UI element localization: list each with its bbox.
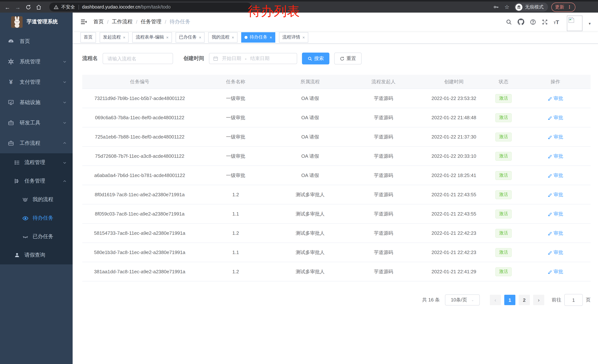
table-row[interactable]: 381aa1dd-7ac8-11ec-a9e2-a2380e71991a 1.2… [82, 262, 590, 281]
close-icon[interactable]: × [302, 35, 305, 40]
process-initiator: 芋道源码 [374, 95, 393, 101]
approve-link[interactable]: 审批 [548, 249, 563, 256]
table-row[interactable]: 069c6a63-7b8a-11ec-8ef0-acde48001122 一级审… [82, 108, 590, 127]
prev-page-button[interactable]: ‹ [490, 295, 501, 305]
font-size-icon[interactable]: TT [554, 19, 559, 25]
forward-icon[interactable]: → [13, 4, 23, 10]
create-time: 2022-01-22 21:37:30 [432, 134, 476, 140]
table-row[interactable]: 580e1b3d-7ac8-11ec-a9e2-a2380e71991a 1.1… [82, 243, 590, 262]
sidebar-item-done-task[interactable]: 已办任务 [0, 227, 73, 246]
status-badge: 激活 [495, 132, 512, 141]
help-icon[interactable] [530, 19, 536, 25]
tab-done-task[interactable]: 已办任务× [176, 32, 205, 42]
tab-todo-task[interactable]: 待办任务× [241, 32, 275, 42]
browser-menu-icon[interactable]: ⋮ [567, 4, 572, 10]
bookmark-star-icon[interactable]: ☆ [505, 4, 509, 10]
sidebar-item-label: 任务管理 [25, 178, 45, 184]
table-row[interactable]: a6aba0a4-7b6d-11ec-b781-acde48001122 一级审… [82, 166, 590, 185]
tab-process-detail[interactable]: 流程详情× [279, 32, 308, 42]
approve-link[interactable]: 审批 [548, 268, 563, 275]
column-header: 创建时间 [421, 75, 487, 89]
column-header: 任务名称 [197, 75, 274, 89]
sidebar-item-payment[interactable]: ¥ 支付管理 [0, 72, 73, 92]
approve-link[interactable]: 审批 [548, 153, 563, 159]
dashboard-icon [8, 38, 14, 44]
close-icon[interactable]: × [270, 35, 272, 40]
table-row[interactable]: 8f0d1619-7ac8-11ec-a9e2-a2380e71991a 1.2… [82, 185, 590, 204]
approve-link[interactable]: 审批 [548, 230, 563, 236]
sidebar-item-devtools[interactable]: 研发工具 [0, 113, 73, 133]
sidebar-toggle-icon[interactable] [80, 18, 87, 25]
navbar: 首页 / 工作流程 / 任务管理 / 待办任务 [73, 13, 598, 31]
task-id: 8f059c03-7ac8-11ec-a9e2-a2380e71991a [95, 211, 184, 217]
table-row[interactable]: 75d72608-7b7f-11ec-a3c8-acde48001122 一级审… [82, 146, 590, 166]
search-icon[interactable] [506, 19, 512, 25]
sidebar-item-process-mgmt[interactable]: 流程管理 [0, 153, 73, 172]
table-row[interactable]: 73211d9d-7b9b-11ec-b5b7-acde48001122 一级审… [82, 89, 590, 108]
page-button-2[interactable]: 2 [519, 295, 530, 305]
tab-process-form-edit[interactable]: 流程表单-编辑× [133, 32, 172, 42]
page-size-select[interactable]: 10条/页 ⌄ [445, 294, 480, 306]
url-bar[interactable]: 不安全 dashboard.yudao.iocoder.cn/bpm/task/… [49, 3, 252, 11]
breadcrumb-item[interactable]: 工作流程 [112, 18, 133, 25]
avatar[interactable] [567, 16, 582, 31]
table-row[interactable]: 725a1eb6-7b88-11ec-8ef0-acde48001122 一级审… [82, 127, 590, 146]
tab-my-process[interactable]: 我的流程× [208, 32, 238, 42]
task-name: 1.2 [232, 192, 239, 197]
reset-button[interactable]: 重置 [334, 53, 362, 65]
task-table: 任务编号 任务名称 所属流程 流程发起人 创建时间 状态 操作 73211d9d… [82, 75, 590, 281]
search-button[interactable]: 搜索 [302, 53, 329, 65]
sidebar-item-home[interactable]: 首页 [0, 31, 73, 51]
sidebar: 芋道管理系统 首页 [0, 13, 73, 364]
date-range-picker[interactable]: 开始日期 - 结束日期 [209, 53, 297, 64]
close-icon[interactable]: × [123, 35, 125, 40]
approve-link[interactable]: 审批 [548, 191, 563, 198]
active-tab-dot-icon [245, 36, 248, 39]
approve-link[interactable]: 审批 [548, 95, 563, 102]
sidebar-item-leave-query[interactable]: 请假查询 [0, 246, 73, 264]
table-row[interactable]: 58154733-7ac8-11ec-a9e2-a2380e71991a 1.2… [82, 224, 590, 243]
process-name-input[interactable] [103, 53, 173, 64]
github-icon[interactable] [518, 18, 524, 25]
breadcrumb-item[interactable]: 首页 [93, 18, 104, 25]
sidebar-item-task-mgmt[interactable]: 任务管理 [0, 172, 73, 190]
reload-icon[interactable] [23, 4, 33, 10]
create-time: 2022-01-22 23:53:32 [432, 96, 476, 101]
sidebar-item-system[interactable]: 系统管理 [0, 51, 73, 72]
approve-label: 审批 [554, 268, 563, 275]
table-row[interactable]: 8f059c03-7ac8-11ec-a9e2-a2380e71991a 1.1… [82, 204, 590, 224]
update-button[interactable]: 更新 ⋮ [551, 2, 575, 12]
sidebar-item-todo-task[interactable]: 待办任务 [0, 209, 73, 227]
incognito-badge: 无痕模式 [514, 3, 548, 11]
approve-link[interactable]: 审批 [548, 133, 563, 140]
task-name: 一级审批 [226, 115, 245, 120]
tab-home[interactable]: 首页 [80, 32, 96, 42]
start-date-placeholder: 开始日期 [222, 55, 241, 62]
avatar-dropdown-icon[interactable]: ▼ [588, 22, 591, 25]
process-name: OA 请假 [301, 153, 319, 159]
sidebar-item-infrastructure[interactable]: 基础设施 [0, 92, 73, 113]
close-icon[interactable]: × [199, 35, 201, 40]
approve-link[interactable]: 审批 [548, 172, 563, 179]
task-id: 73211d9d-7b9b-11ec-b5b7-acde48001122 [94, 96, 185, 101]
fullscreen-icon[interactable] [542, 19, 548, 25]
next-page-button[interactable]: › [533, 295, 544, 305]
process-name-label: 流程名 [82, 55, 98, 62]
breadcrumb-item[interactable]: 任务管理 [141, 18, 162, 25]
back-icon[interactable]: ← [2, 4, 13, 10]
approve-link[interactable]: 审批 [548, 210, 563, 217]
status-badge: 激活 [495, 229, 512, 238]
approve-link[interactable]: 审批 [548, 114, 563, 121]
annotation-todo-list: 待办列表 [248, 4, 300, 18]
page-button-1[interactable]: 1 [504, 295, 515, 305]
sidebar-item-workflow[interactable]: 工作流程 [0, 133, 73, 153]
breadcrumb: 首页 / 工作流程 / 任务管理 / 待办任务 [93, 18, 190, 25]
close-icon[interactable]: × [232, 35, 234, 40]
process-name: 测试多审批人 [296, 269, 324, 274]
goto-page-input[interactable] [564, 294, 583, 306]
sidebar-item-my-process[interactable]: 我的流程 [0, 190, 73, 209]
key-icon[interactable] [493, 4, 499, 10]
tab-start-process[interactable]: 发起流程× [100, 32, 129, 42]
home-icon[interactable] [33, 4, 44, 10]
close-icon[interactable]: × [166, 35, 169, 40]
